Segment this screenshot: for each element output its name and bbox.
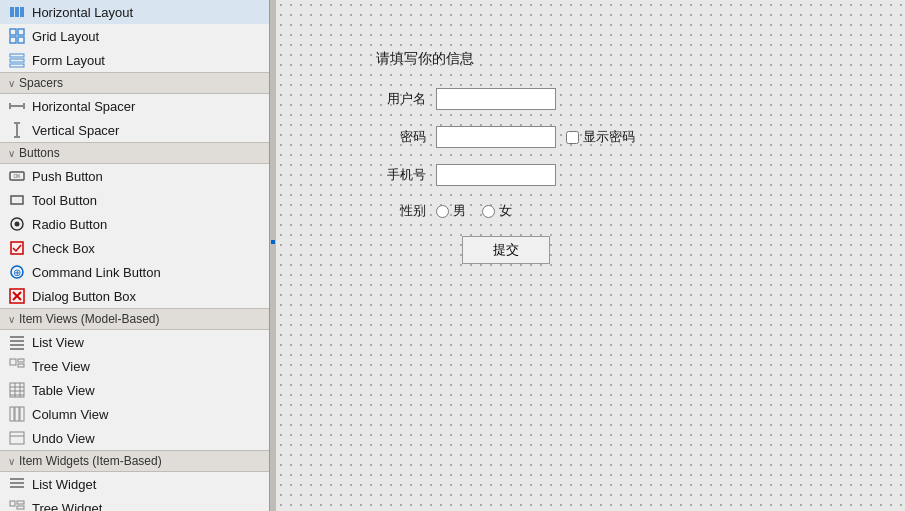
svg-rect-4: [18, 29, 24, 35]
svg-rect-28: [10, 340, 24, 342]
svg-rect-6: [18, 37, 24, 43]
gender-female-text: 女: [499, 202, 512, 220]
sidebar-item-label: Grid Layout: [32, 29, 99, 44]
sidebar-item-list-widget[interactable]: List Widget: [0, 472, 269, 496]
left-panel: Horizontal Layout Grid Layout Form Layou…: [0, 0, 270, 511]
username-label: 用户名: [376, 90, 426, 108]
gender-male-radio[interactable]: [436, 205, 449, 218]
sidebar-item-label: Table View: [32, 383, 95, 398]
sidebar-item-horizontal-layout[interactable]: Horizontal Layout: [0, 0, 269, 24]
section-label: Buttons: [19, 146, 60, 160]
svg-rect-40: [10, 407, 14, 421]
cmdlink-icon: ⊕: [8, 263, 26, 281]
sidebar-item-label: Tool Button: [32, 193, 97, 208]
section-label: Item Widgets (Item-Based): [19, 454, 162, 468]
sidebar-item-label: Radio Button: [32, 217, 107, 232]
sidebar-item-label: Form Layout: [32, 53, 105, 68]
sidebar-item-list-view[interactable]: List View: [0, 330, 269, 354]
sidebar-item-label: Column View: [32, 407, 108, 422]
sidebar-item-tree-widget[interactable]: Tree Widget: [0, 496, 269, 511]
sidebar-item-check-box[interactable]: Check Box: [0, 236, 269, 260]
collapse-arrow: ∨: [8, 148, 15, 159]
submit-button[interactable]: 提交: [462, 236, 550, 264]
svg-text:OK: OK: [13, 173, 21, 179]
hlayout-icon: [8, 3, 26, 21]
dialog-icon: [8, 287, 26, 305]
svg-rect-3: [10, 29, 16, 35]
password-input[interactable]: [436, 126, 556, 148]
sidebar-item-tool-button[interactable]: Tool Button: [0, 188, 269, 212]
treeview-icon: [8, 357, 26, 375]
sidebar-item-label: Vertical Spacer: [32, 123, 119, 138]
svg-rect-47: [10, 486, 24, 488]
section-label: Item Views (Model-Based): [19, 312, 160, 326]
form-icon: [8, 51, 26, 69]
tableview-icon: [8, 381, 26, 399]
sidebar-item-label: Tree Widget: [32, 501, 102, 512]
sidebar-item-label: Tree View: [32, 359, 90, 374]
gender-radio-group: 男 女: [436, 202, 512, 220]
svg-rect-30: [10, 348, 24, 350]
sidebar-item-undo-view[interactable]: Undo View: [0, 426, 269, 450]
svg-rect-1: [15, 7, 19, 17]
phone-row: 手机号: [376, 164, 635, 186]
gender-female-radio[interactable]: [482, 205, 495, 218]
sidebar-item-tree-view[interactable]: Tree View: [0, 354, 269, 378]
svg-rect-31: [10, 359, 16, 365]
form-title: 请填写你的信息: [376, 50, 635, 68]
gender-female-label[interactable]: 女: [482, 202, 512, 220]
buttons-section-header: ∨ Buttons: [0, 142, 269, 164]
phone-input[interactable]: [436, 164, 556, 186]
sidebar-item-vertical-spacer[interactable]: Vertical Spacer: [0, 118, 269, 142]
sidebar-item-label: Dialog Button Box: [32, 289, 136, 304]
gender-male-label[interactable]: 男: [436, 202, 466, 220]
listview-icon: [8, 333, 26, 351]
svg-rect-5: [10, 37, 16, 43]
svg-rect-41: [15, 407, 19, 421]
sidebar-item-label: Horizontal Spacer: [32, 99, 135, 114]
show-password-checkbox[interactable]: [566, 131, 579, 144]
svg-rect-49: [17, 501, 24, 504]
sidebar-item-dialog-button-box[interactable]: Dialog Button Box: [0, 284, 269, 308]
svg-rect-2: [20, 7, 24, 17]
spacers-section-header: ∨ Spacers: [0, 72, 269, 94]
pushbtn-icon: OK: [8, 167, 26, 185]
checkbox-icon: [8, 239, 26, 257]
sidebar-item-grid-layout[interactable]: Grid Layout: [0, 24, 269, 48]
sidebar-item-push-button[interactable]: OK Push Button: [0, 164, 269, 188]
show-password-label[interactable]: 显示密码: [566, 128, 635, 146]
gender-row: 性别 男 女: [376, 202, 635, 220]
phone-label: 手机号: [376, 166, 426, 184]
sidebar-item-label: Command Link Button: [32, 265, 161, 280]
sidebar-item-horizontal-spacer[interactable]: Horizontal Spacer: [0, 94, 269, 118]
section-label: Spacers: [19, 76, 63, 90]
username-input[interactable]: [436, 88, 556, 110]
sidebar-item-label: Check Box: [32, 241, 95, 256]
svg-rect-27: [10, 336, 24, 338]
collapse-arrow: ∨: [8, 314, 15, 325]
columnview-icon: [8, 405, 26, 423]
sidebar-item-table-view[interactable]: Table View: [0, 378, 269, 402]
svg-point-20: [15, 222, 20, 227]
sidebar-item-radio-button[interactable]: Radio Button: [0, 212, 269, 236]
sidebar-item-label: List Widget: [32, 477, 96, 492]
svg-rect-48: [10, 501, 15, 506]
splitter-dot: [271, 240, 275, 244]
svg-rect-32: [18, 359, 24, 362]
sidebar-item-label: Undo View: [32, 431, 95, 446]
svg-rect-43: [10, 432, 24, 444]
sidebar-item-command-link-button[interactable]: ⊕ Command Link Button: [0, 260, 269, 284]
collapse-arrow: ∨: [8, 78, 15, 89]
sidebar-item-form-layout[interactable]: Form Layout: [0, 48, 269, 72]
right-panel: 请填写你的信息 用户名 密码 显示密码 手机号 性别 男: [276, 0, 905, 511]
password-label: 密码: [376, 128, 426, 146]
svg-rect-8: [10, 59, 24, 62]
svg-rect-18: [11, 196, 23, 204]
sidebar-item-column-view[interactable]: Column View: [0, 402, 269, 426]
gender-label: 性别: [376, 202, 426, 220]
grid-icon: [8, 27, 26, 45]
svg-rect-0: [10, 7, 14, 17]
svg-rect-29: [10, 344, 24, 346]
radio-icon: [8, 215, 26, 233]
svg-rect-50: [17, 506, 24, 509]
